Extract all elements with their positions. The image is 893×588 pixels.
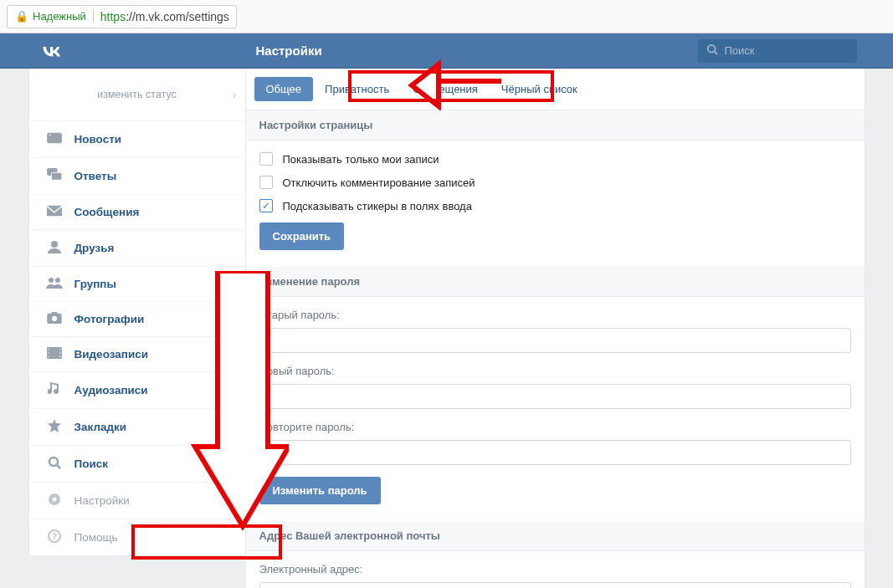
svg-line-23 xyxy=(57,465,60,468)
tab-blacklist[interactable]: Чёрный список xyxy=(490,77,589,101)
bookmarks-icon xyxy=(43,419,66,435)
checkbox-suggest-stickers[interactable]: ✓ Подсказывать стикеры в полях ввода xyxy=(259,199,851,212)
sidebar-item-photos[interactable]: Фотографии xyxy=(29,301,245,336)
sidebar-item-groups[interactable]: Группы xyxy=(29,266,245,301)
sidebar-item-friends[interactable]: Друзья xyxy=(29,229,245,266)
svg-point-16 xyxy=(48,349,49,350)
label-new-password: Новый пароль: xyxy=(259,365,851,377)
replies-icon xyxy=(43,168,66,184)
gear-icon xyxy=(43,493,66,509)
svg-rect-2 xyxy=(47,133,62,143)
svg-point-21 xyxy=(59,356,60,357)
friends-icon xyxy=(43,240,66,256)
label-email: Электронный адрес: xyxy=(259,563,851,575)
search-placeholder: Поиск xyxy=(725,44,755,57)
vk-logo-icon xyxy=(38,42,64,57)
section-email-body: Электронный адрес: Сохранить адрес xyxy=(246,551,865,588)
checkbox-label: Отключить комментирование записей xyxy=(283,176,475,189)
address-box[interactable]: 🔒 Надежный https://m.vk.com/settings xyxy=(7,5,237,28)
section-page-settings-head: Настройки страницы xyxy=(246,110,865,141)
sidebar-item-search[interactable]: Поиск xyxy=(29,445,245,482)
input-email[interactable] xyxy=(259,582,851,588)
save-page-settings-button[interactable]: Сохранить xyxy=(259,222,345,250)
svg-rect-11 xyxy=(51,312,57,315)
sidebar-item-bookmarks[interactable]: Закладки xyxy=(29,408,245,445)
main-content: Общее Приватность Оповещения Чёрный спис… xyxy=(246,69,865,588)
checkbox-only-my-posts[interactable]: Показывать только мои записи xyxy=(259,152,851,166)
app-header: Настройки Поиск xyxy=(0,33,893,69)
browser-address-bar: 🔒 Надежный https://m.vk.com/settings xyxy=(0,0,893,33)
groups-icon xyxy=(43,277,66,291)
svg-point-18 xyxy=(48,356,49,357)
tab-notifications[interactable]: Оповещения xyxy=(401,77,490,101)
svg-line-1 xyxy=(714,52,717,55)
svg-point-9 xyxy=(55,278,60,283)
sidebar-item-label: Сообщения xyxy=(74,206,140,218)
sidebar-item-replies[interactable]: Ответы xyxy=(29,157,245,194)
sidebar-item-settings[interactable]: Настройки xyxy=(29,482,245,519)
sidebar-item-label: Ответы xyxy=(74,170,117,182)
input-repeat-password[interactable] xyxy=(259,440,851,465)
sidebar-item-label: Поиск xyxy=(74,458,109,470)
sidebar-item-label: Фотографии xyxy=(74,313,145,325)
status-label: изменить статус xyxy=(97,89,177,100)
svg-point-22 xyxy=(49,458,58,466)
svg-text:?: ? xyxy=(51,532,56,541)
input-new-password[interactable] xyxy=(259,384,851,409)
checkbox-icon: ✓ xyxy=(259,199,273,212)
sidebar-item-label: Аудиозаписи xyxy=(74,384,148,396)
sidebar-item-label: Закладки xyxy=(74,421,127,433)
secure-label: Надежный xyxy=(33,10,94,23)
svg-point-19 xyxy=(59,349,60,350)
tab-general[interactable]: Общее xyxy=(254,77,314,101)
change-password-button[interactable]: Изменить пароль xyxy=(259,477,381,504)
messages-icon xyxy=(43,205,66,219)
section-password-head: Изменение пароля xyxy=(246,267,865,297)
news-icon xyxy=(43,131,66,147)
input-old-password[interactable] xyxy=(259,328,851,353)
section-email-head: Адрес Вашей электронной почты xyxy=(246,521,865,551)
svg-point-0 xyxy=(707,45,715,53)
svg-point-20 xyxy=(59,352,60,353)
sidebar-item-label: Настройки xyxy=(74,494,130,507)
sidebar: изменить статус › Новости Ответы Сообще xyxy=(28,69,246,556)
search-input[interactable]: Поиск xyxy=(698,39,857,63)
svg-point-12 xyxy=(51,316,56,321)
label-repeat-password: Повторите пароль: xyxy=(259,421,851,433)
section-password-body: Старый пароль: Новый пароль: Повторите п… xyxy=(246,297,865,521)
sidebar-item-messages[interactable]: Сообщения xyxy=(29,194,245,229)
page-title: Настройки xyxy=(246,43,698,58)
checkbox-icon xyxy=(259,152,273,166)
url-text: https://m.vk.com/settings xyxy=(100,10,229,23)
svg-point-7 xyxy=(51,241,58,248)
vk-logo[interactable] xyxy=(28,42,246,60)
sidebar-item-label: Друзья xyxy=(74,242,115,254)
sidebar-status[interactable]: изменить статус › xyxy=(29,69,245,120)
svg-rect-5 xyxy=(51,172,61,180)
videos-icon xyxy=(43,347,66,361)
label-old-password: Старый пароль: xyxy=(259,309,851,321)
section-page-settings-body: Показывать только мои записи Отключить к… xyxy=(246,141,865,267)
sidebar-item-news[interactable]: Новости xyxy=(29,120,245,157)
checkbox-icon xyxy=(259,176,273,189)
photos-icon xyxy=(43,312,66,326)
sidebar-item-audio[interactable]: Аудиозаписи xyxy=(29,371,245,408)
checkbox-disable-comments[interactable]: Отключить комментирование записей xyxy=(259,176,851,189)
sidebar-item-label: Новости xyxy=(74,133,122,146)
sidebar-item-videos[interactable]: Видеозаписи xyxy=(29,336,245,371)
checkbox-label: Показывать только мои записи xyxy=(283,153,439,166)
svg-point-8 xyxy=(49,278,54,283)
checkbox-label: Подсказывать стикеры в полях ввода xyxy=(283,200,472,212)
svg-point-25 xyxy=(52,498,56,502)
tab-privacy[interactable]: Приватность xyxy=(313,77,401,101)
svg-rect-6 xyxy=(47,206,62,217)
search-nav-icon xyxy=(43,456,66,472)
sidebar-item-label: Видеозаписи xyxy=(74,348,149,360)
svg-point-3 xyxy=(49,135,50,136)
settings-tabs: Общее Приватность Оповещения Чёрный спис… xyxy=(246,69,865,110)
help-icon: ? xyxy=(43,529,66,545)
search-icon xyxy=(706,43,718,58)
svg-point-17 xyxy=(48,352,49,353)
audio-icon xyxy=(43,382,66,398)
sidebar-item-help[interactable]: ? Помощь xyxy=(29,519,245,555)
